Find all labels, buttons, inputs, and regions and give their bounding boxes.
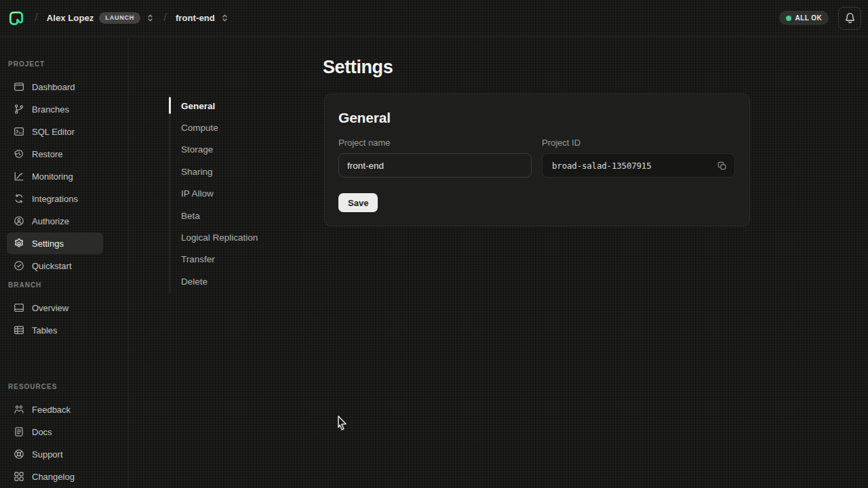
support-icon [14,449,24,460]
sidebar-item-label: Feedback [32,405,71,415]
sidebar-item-label: SQL Editor [32,127,75,137]
sidebar-item-changelog[interactable]: Changelog [7,466,108,487]
sidebar-item-tables[interactable]: Tables [7,319,108,341]
tables-icon [14,325,24,336]
settings-tab-sharing[interactable]: Sharing [170,161,305,182]
sidebar-section-label: BRANCH [7,281,123,289]
settings-tab-label: Storage [181,144,213,155]
settings-tab-logical-replication[interactable]: Logical Replication [170,226,305,248]
settings-tab-compute[interactable]: Compute [170,117,305,138]
sidebar-item-label: Overview [32,303,68,313]
sidebar-item-label: Tables [32,325,58,336]
project-id-value: broad-salad-13507915 [552,161,713,171]
sidebar-item-label: Changelog [32,472,75,482]
branches-icon [14,104,24,115]
sidebar-item-docs[interactable]: Docs [7,421,108,443]
sidebar-item-label: Integrations [32,194,78,204]
sidebar-item-label: Settings [32,239,64,249]
org-plan-badge: LAUNCH [99,12,140,24]
docs-icon [14,426,24,437]
settings-tab-label: IP Allow [181,188,214,199]
authorize-icon [14,216,24,226]
sidebar-item-label: Restore [32,149,63,159]
breadcrumb-separator: / [35,11,38,24]
org-name: Alex Lopez [47,13,94,23]
page-title: Settings [323,57,393,78]
settings-subnav: GeneralComputeStorageSharingIP AllowBeta… [170,95,305,293]
breadcrumb: / Alex Lopez LAUNCH / front-end [7,9,229,28]
sidebar-item-monitoring[interactable]: Monitoring [7,165,108,187]
settings-tab-label: Logical Replication [181,232,258,243]
notifications-button[interactable] [838,7,861,30]
project-selector[interactable]: front-end [176,13,229,23]
sidebar-item-quickstart[interactable]: Quickstart [7,255,108,277]
sidebar-section-resources: RESOURCESFeedbackDocsSupportChangelog [7,383,123,488]
mouse-cursor [336,415,349,432]
neon-logo[interactable] [7,9,26,28]
save-button[interactable]: Save [338,193,378,212]
sidebar-item-label: Dashboard [32,82,75,92]
quickstart-icon [14,260,24,271]
settings-tab-beta[interactable]: Beta [170,205,305,226]
chevron-updown-icon [146,14,155,22]
sidebar-item-label: Support [32,449,63,460]
sidebar-section-label: RESOURCES [7,383,123,390]
dashboard-icon [14,81,24,92]
integrations-icon [14,193,24,204]
org-selector[interactable]: Alex Lopez LAUNCH [47,12,155,24]
status-label: ALL OK [795,14,822,22]
active-tab-indicator [169,97,171,114]
sidebar-item-branches[interactable]: Branches [7,98,108,120]
sidebar-item-sql-editor[interactable]: SQL Editor [7,121,108,142]
project-name: front-end [176,13,215,23]
copy-icon [717,161,727,171]
field-label: Project ID [542,138,735,148]
sql-editor-icon [14,126,24,137]
copy-button[interactable] [713,157,730,174]
field-project-id: Project IDbroad-salad-13507915 [542,138,735,178]
overview-icon [14,302,24,313]
field-label: Project name [338,138,532,148]
breadcrumb-separator: / [163,11,167,24]
project-id-value-box: broad-salad-13507915 [542,153,735,178]
settings-tab-storage[interactable]: Storage [170,139,305,161]
monitoring-icon [14,171,24,182]
general-settings-card: General Project nameProject IDbroad-sala… [324,94,750,226]
restore-icon [14,148,24,159]
field-project-name: Project name [338,138,532,178]
top-bar: / Alex Lopez LAUNCH / front-end ALL OK [0,0,868,37]
feedback-icon [14,404,24,415]
sidebar-item-feedback[interactable]: Feedback [7,399,108,420]
settings-tab-transfer[interactable]: Transfer [170,249,305,270]
sidebar-section-branch: BRANCHOverviewTables [7,281,123,342]
sidebar-item-settings[interactable]: Settings [7,232,103,254]
settings-tab-delete[interactable]: Delete [170,270,305,292]
sidebar-item-restore[interactable]: Restore [7,143,108,165]
sidebar: PROJECTDashboardBranchesSQL EditorRestor… [0,37,129,488]
sidebar-item-support[interactable]: Support [7,443,108,465]
project-name-input[interactable] [338,153,532,178]
settings-tab-ip-allow[interactable]: IP Allow [170,183,305,205]
status-badge[interactable]: ALL OK [779,11,829,25]
sidebar-section-label: PROJECT [7,60,123,68]
changelog-icon [14,471,24,482]
top-bar-actions: ALL OK [779,7,861,30]
sidebar-item-authorize[interactable]: Authorize [7,210,108,232]
chevron-updown-icon [220,14,229,22]
bell-icon [844,12,856,24]
settings-tab-general[interactable]: General [170,95,305,117]
sidebar-item-label: Monitoring [32,171,73,182]
sidebar-section-project: PROJECTDashboardBranchesSQL EditorRestor… [7,60,123,277]
sidebar-item-label: Docs [32,427,52,437]
sidebar-item-dashboard[interactable]: Dashboard [7,76,108,98]
settings-tab-label: Beta [181,211,200,221]
sidebar-item-label: Quickstart [32,261,72,271]
settings-tab-label: Transfer [181,254,215,264]
card-title: General [338,110,736,126]
settings-icon [14,238,24,249]
settings-tab-label: General [181,101,215,111]
card-fields: Project nameProject IDbroad-salad-135079… [338,138,736,178]
sidebar-item-integrations[interactable]: Integrations [7,188,108,209]
sidebar-item-label: Authorize [32,216,69,226]
sidebar-item-overview[interactable]: Overview [7,297,108,319]
